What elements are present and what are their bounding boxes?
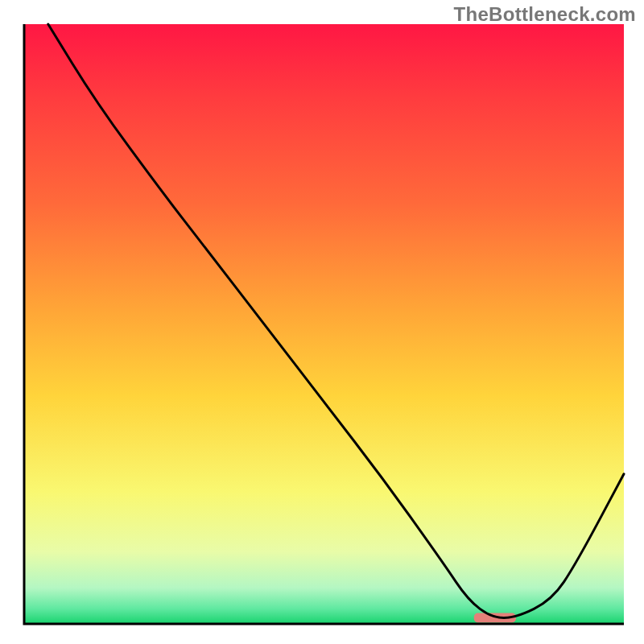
chart-container: TheBottleneck.com (0, 0, 644, 644)
watermark-text: TheBottleneck.com (454, 3, 636, 26)
gradient-background (24, 24, 624, 624)
bottleneck-chart (0, 0, 644, 644)
